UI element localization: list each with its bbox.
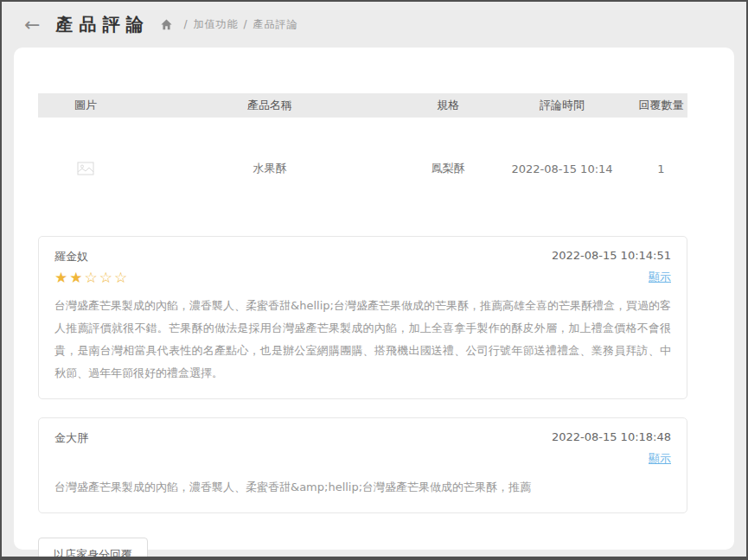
review-card: 金大胖2022-08-15 10:18:48顯示台灣盛產芒果製成的內餡，濃香襲人… <box>38 417 687 513</box>
reply-as-store-button[interactable]: 以店家身分回覆 <box>38 538 148 560</box>
table-header-row: 圖片產品名稱規格評論時間回覆數量 <box>38 93 687 118</box>
column-header: 回覆數量 <box>635 98 687 113</box>
star-filled-icon: ★ <box>54 269 69 286</box>
column-header: 圖片 <box>38 98 133 113</box>
spec-cell: 鳳梨酥 <box>406 161 489 176</box>
product-image-cell <box>38 162 133 175</box>
app-window: ← 產品評論 /加值功能/產品評論 圖片產品名稱規格評論時間回覆數量 水果酥 <box>0 0 748 560</box>
review-card-subrow: ★★☆☆☆顯示 <box>54 268 671 287</box>
back-arrow-icon[interactable]: ← <box>24 16 40 35</box>
star-empty-icon: ☆ <box>85 269 99 286</box>
breadcrumb-separator: / <box>183 18 188 30</box>
star-empty-icon: ☆ <box>114 269 129 286</box>
review-card-header: 金大胖2022-08-15 10:18:48 <box>54 430 671 446</box>
show-replies-link[interactable]: 顯示 <box>649 451 671 467</box>
review-list: 羅金奴2022-08-15 10:14:51★★☆☆☆顯示台灣盛產芒果製成的內餡… <box>38 236 687 513</box>
breadcrumb-separator: / <box>243 18 247 30</box>
column-header: 產品名稱 <box>133 98 406 113</box>
reply-count-cell: 1 <box>635 162 687 175</box>
review-author: 羅金奴 <box>54 249 88 264</box>
page-title: 產品評論 <box>55 13 149 36</box>
review-card-subrow: 顯示 <box>54 449 671 468</box>
show-replies-link[interactable]: 顯示 <box>649 270 671 285</box>
home-icon[interactable] <box>161 19 172 30</box>
star-rating: ★★☆☆☆ <box>54 270 129 285</box>
star-empty-icon: ☆ <box>99 269 114 286</box>
review-text: 台灣盛產芒果製成的內餡，濃香襲人、柔蜜香甜&amp;hellip;台灣盛產芒果做… <box>54 476 671 499</box>
breadcrumb: /加值功能/產品評論 <box>161 17 297 32</box>
column-header: 規格 <box>406 98 489 113</box>
review-time-cell: 2022-08-15 10:14 <box>489 162 635 175</box>
page-header: ← 產品評論 /加值功能/產品評論 <box>2 2 746 48</box>
review-card: 羅金奴2022-08-15 10:14:51★★☆☆☆顯示台灣盛產芒果製成的內餡… <box>38 236 687 399</box>
review-timestamp: 2022-08-15 10:18:48 <box>552 430 671 446</box>
review-author: 金大胖 <box>54 430 88 446</box>
review-text: 台灣盛產芒果製成的內餡，濃香襲人、柔蜜香甜&hellip;台灣盛產芒果做成的芒果… <box>54 295 671 385</box>
product-name-cell: 水果酥 <box>133 161 406 176</box>
breadcrumb-item[interactable]: 產品評論 <box>253 18 298 30</box>
review-timestamp: 2022-08-15 10:14:51 <box>552 249 671 264</box>
review-card-header: 羅金奴2022-08-15 10:14:51 <box>54 249 671 264</box>
star-filled-icon: ★ <box>69 269 84 286</box>
breadcrumb-items: /加值功能/產品評論 <box>178 17 297 32</box>
table-row[interactable]: 水果酥 鳳梨酥 2022-08-15 10:14 1 <box>38 118 687 220</box>
column-header: 評論時間 <box>489 98 635 113</box>
breadcrumb-item[interactable]: 加值功能 <box>193 18 238 30</box>
content-card: 圖片產品名稱規格評論時間回覆數量 水果酥 鳳梨酥 2022-08-15 10:1… <box>14 48 734 550</box>
broken-image-icon <box>77 162 94 175</box>
